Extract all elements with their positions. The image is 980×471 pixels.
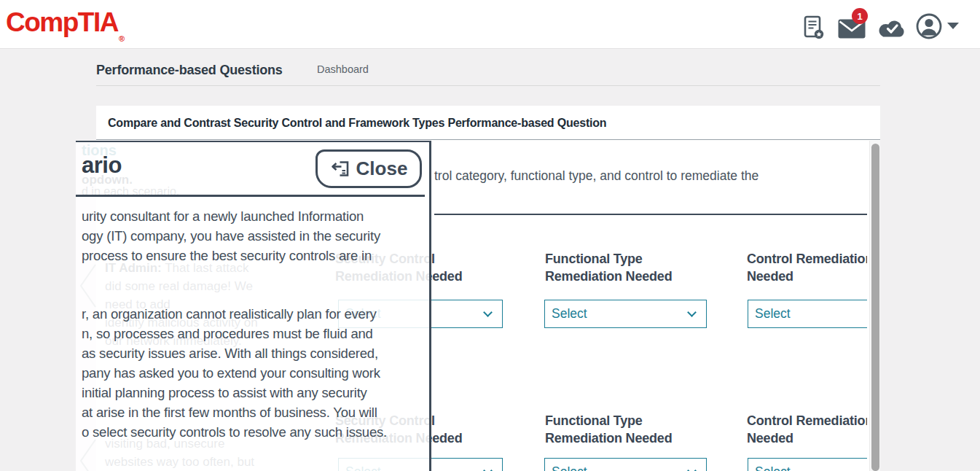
scenario-line: urity consultant for a newly launched In… bbox=[82, 206, 426, 226]
scenario-line: n, so processes and procedures must be f… bbox=[82, 324, 426, 343]
column-header-control-remediation: Control Remediation Needed bbox=[747, 412, 867, 447]
header-line: Control Remediation bbox=[747, 250, 867, 268]
scenario-line: o select security controls to resolve an… bbox=[82, 422, 426, 442]
close-button[interactable]: Close bbox=[315, 149, 422, 188]
paragraph-gap bbox=[82, 265, 426, 304]
chevron-down-icon bbox=[483, 308, 493, 317]
scrollbar-thumb[interactable] bbox=[871, 144, 879, 471]
app-header: CompTIA® 1 bbox=[0, 0, 980, 49]
select-value: Select bbox=[552, 306, 587, 322]
scenario-line: ogy (IT) company, you have assisted in t… bbox=[82, 226, 426, 246]
header-line: Functional Type bbox=[545, 412, 672, 429]
select-dropdown-functional-type-2[interactable]: Select bbox=[544, 458, 707, 471]
scenario-modal-title: ario bbox=[82, 152, 122, 179]
screen: CompTIA® 1 Performance-based Questions bbox=[0, 0, 980, 471]
scenario-line: process to ensure the best security cont… bbox=[82, 246, 426, 265]
select-dropdown-control-remediation-2[interactable]: Select bbox=[748, 458, 867, 471]
chevron-down-icon bbox=[483, 466, 493, 471]
logo-text: CompTIA bbox=[6, 7, 118, 37]
select-value: Select bbox=[755, 464, 791, 471]
section-divider bbox=[434, 214, 867, 215]
mail-unread-badge: 1 bbox=[852, 8, 868, 24]
scenario-line: initial planning process to assist with … bbox=[82, 383, 426, 402]
chevron-down-icon bbox=[687, 308, 697, 317]
breadcrumb-divider bbox=[96, 85, 880, 86]
chevron-down-icon bbox=[687, 466, 697, 471]
header-line: Needed bbox=[747, 268, 867, 285]
header-line: Functional Type bbox=[545, 250, 672, 268]
select-value: Select bbox=[755, 306, 791, 322]
select-dropdown-functional-type-1[interactable]: Select bbox=[544, 300, 707, 328]
column-header-functional-type: Functional Type Remediation Needed bbox=[545, 250, 672, 285]
scrollbar-track[interactable] bbox=[869, 141, 880, 471]
close-button-label: Close bbox=[356, 157, 408, 180]
page-title: Performance-based Questions bbox=[96, 63, 283, 78]
scenario-line: as security issues arise. With all thing… bbox=[82, 343, 426, 363]
logo-registered-mark: ® bbox=[119, 34, 124, 43]
header-line: Control Remediation bbox=[747, 412, 867, 429]
cloud-check-icon[interactable] bbox=[877, 19, 906, 38]
modal-header-divider bbox=[76, 195, 425, 197]
scenario-text: urity consultant for a newly launched In… bbox=[82, 206, 426, 442]
scenario-line: pany has asked you to extend your consul… bbox=[82, 363, 426, 383]
scenario-modal: ario Close urity consultant for a newly … bbox=[76, 141, 431, 471]
instructions-text: trol category, functional type, and cont… bbox=[434, 168, 758, 184]
header-line: Needed bbox=[747, 429, 867, 447]
column-header-functional-type: Functional Type Remediation Needed bbox=[545, 412, 672, 447]
card-title-divider bbox=[96, 139, 880, 140]
column-header-control-remediation: Control Remediation Needed bbox=[747, 250, 867, 285]
dashboard-link[interactable]: Dashboard bbox=[317, 63, 369, 75]
transcript-icon[interactable] bbox=[804, 15, 824, 39]
comptia-logo[interactable]: CompTIA® bbox=[6, 7, 124, 43]
avatar-icon[interactable] bbox=[916, 13, 942, 39]
account-menu-caret[interactable] bbox=[947, 23, 959, 29]
select-value: Select bbox=[552, 464, 587, 471]
exit-icon bbox=[330, 160, 350, 178]
header-line: Remediation Needed bbox=[545, 268, 672, 285]
select-dropdown-control-remediation-1[interactable]: Select bbox=[748, 300, 867, 328]
question-card-title: Compare and Contrast Security Control an… bbox=[108, 117, 606, 130]
header-line: Remediation Needed bbox=[545, 429, 672, 447]
scenario-line: r, an organization cannot realistically … bbox=[82, 304, 426, 324]
scenario-line: at arise in the first few months of busi… bbox=[82, 402, 426, 422]
